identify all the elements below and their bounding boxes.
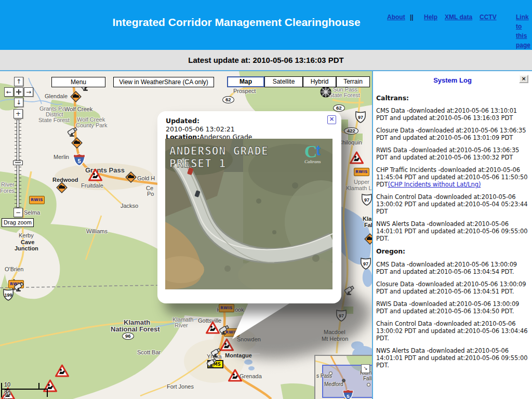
map-label: Klamath Lak bbox=[346, 185, 372, 192]
map-label: Grenada bbox=[240, 373, 262, 380]
log-entry: Chain Control Data -downloaded at:2010-0… bbox=[376, 320, 530, 342]
link-to-this-page[interactable]: Link to this page bbox=[516, 12, 532, 50]
log-entry: CHP Traffic Incidents -downloaded at:201… bbox=[376, 166, 530, 188]
log-entry: NWS Alerts Data -downloaded at:2010-05-0… bbox=[376, 220, 530, 242]
minimap-label: s Pass bbox=[316, 373, 332, 379]
map-type-map[interactable]: Map bbox=[227, 76, 264, 87]
map-canvas[interactable]: Menu View in WeatherShare (CA only) MapS… bbox=[0, 71, 372, 399]
map-label: National Forest bbox=[111, 326, 160, 334]
log-section-heading: Caltrans: bbox=[376, 94, 530, 102]
map-marker-constr[interactable] bbox=[206, 321, 220, 334]
pan-center-button[interactable] bbox=[14, 87, 23, 97]
update-bar: Latest update at: 2010-05-06 13:16:03 PD… bbox=[0, 50, 532, 70]
map-marker-cam[interactable] bbox=[14, 281, 26, 292]
svg-text:199: 199 bbox=[4, 292, 12, 298]
popup-tail bbox=[223, 300, 301, 341]
pan-up-button[interactable]: ↑ bbox=[14, 77, 23, 86]
map-marker-constr[interactable] bbox=[55, 364, 69, 377]
map-marker-rwis-rwis[interactable]: RWIS bbox=[29, 196, 45, 204]
popup-close-icon[interactable]: × bbox=[327, 115, 336, 124]
map-marker-diamond[interactable] bbox=[70, 136, 84, 150]
pan-down-button[interactable]: ↓ bbox=[14, 98, 23, 107]
zoom-out-button[interactable]: − bbox=[14, 208, 23, 217]
weathershare-button[interactable]: View in WeatherShare (CA only) bbox=[113, 77, 214, 87]
map-label: Chiloquin bbox=[338, 139, 362, 146]
zoom-in-button[interactable]: + bbox=[14, 109, 23, 118]
map-marker-chain[interactable] bbox=[320, 86, 332, 98]
scale-km-label: 20 km bbox=[4, 390, 12, 399]
pan-right-button[interactable]: → bbox=[24, 87, 33, 97]
map-marker-diamond[interactable] bbox=[55, 181, 69, 194]
zoom-slider-handle[interactable] bbox=[13, 161, 23, 165]
map-label: Merlin bbox=[54, 154, 69, 161]
log-entry: Closure Data -downloaded at:2010-05-06 1… bbox=[376, 281, 530, 295]
map-label: Fal bbox=[364, 222, 372, 229]
minimap-collapse-icon[interactable]: ↘ bbox=[361, 364, 370, 373]
map-label: Williams bbox=[86, 228, 108, 235]
map-label: Scott Bar bbox=[137, 349, 161, 356]
map-label: Kerby bbox=[19, 232, 34, 239]
map-marker-oval-96[interactable]: 96 bbox=[122, 332, 134, 340]
map-label: Fort Jones bbox=[167, 383, 194, 390]
map-marker-cam[interactable] bbox=[210, 347, 223, 358]
map-marker-cam[interactable] bbox=[206, 357, 219, 369]
svg-text:5: 5 bbox=[77, 158, 81, 164]
map-type-terrain[interactable]: Terrain bbox=[336, 76, 370, 87]
page-title: Integrated Corridor Management Clearingh… bbox=[78, 16, 395, 29]
map-label: State Forest bbox=[38, 117, 70, 124]
minimap-town-dot bbox=[367, 383, 370, 387]
nav-separator: || bbox=[410, 14, 414, 21]
map-marker-oval-422[interactable]: 422 bbox=[344, 127, 358, 135]
map-marker-us-97[interactable]: 97 bbox=[360, 257, 372, 270]
nav-xml-data[interactable]: XML data bbox=[445, 14, 472, 21]
map-type-hybrid[interactable]: Hybrid bbox=[303, 76, 336, 87]
svg-text:97: 97 bbox=[364, 197, 369, 203]
caltrans-logo-icon: C t Caltrans bbox=[304, 142, 321, 164]
nav-help[interactable]: Help bbox=[424, 14, 437, 21]
svg-text:97: 97 bbox=[358, 115, 363, 120]
map-label: O'Brien bbox=[5, 266, 23, 273]
log-section-heading: Oregon: bbox=[376, 247, 530, 255]
map-type-satellite[interactable]: Satellite bbox=[264, 76, 303, 87]
map-label: Po bbox=[147, 191, 154, 197]
system-log-content: Caltrans:CMS Data -downloaded at:2010-05… bbox=[373, 86, 532, 369]
map-label: Fores bbox=[0, 188, 15, 194]
map-marker-constr[interactable] bbox=[88, 168, 102, 181]
map-marker-i5-5[interactable]: 5 bbox=[73, 153, 85, 166]
map-label: Junction bbox=[15, 245, 38, 252]
popup-updated-label: Updated: bbox=[166, 117, 200, 125]
popup-updated-value: 2010-05-06 13:02:21 bbox=[166, 125, 235, 133]
cctv-snapshot: ANDERSON GRADE PRESET 1 C t Caltrans bbox=[165, 139, 332, 289]
map-marker-constr[interactable] bbox=[43, 379, 57, 392]
nav-about[interactable]: About bbox=[387, 14, 405, 21]
map-label: Fruitdale bbox=[81, 182, 103, 189]
menu-button[interactable]: Menu bbox=[51, 77, 105, 87]
map-marker-constr[interactable] bbox=[228, 369, 242, 382]
svg-text:Caltrans: Caltrans bbox=[304, 159, 321, 164]
map-marker-us-97[interactable]: 97 bbox=[354, 111, 367, 123]
log-entry: CMS Data -downloaded at:2010-05-06 13:00… bbox=[376, 261, 530, 275]
main: Menu View in WeatherShare (CA only) MapS… bbox=[0, 70, 532, 399]
pan-left-button[interactable]: ← bbox=[4, 87, 14, 97]
map-label: Gold H bbox=[137, 175, 155, 182]
snapshot-caption-line2: PRESET 1 bbox=[169, 157, 226, 170]
app: Integrated Corridor Management Clearingh… bbox=[0, 0, 532, 399]
log-entry: Chain Control Data -downloaded at:2010-0… bbox=[376, 193, 530, 215]
system-log-close-icon[interactable]: × bbox=[519, 75, 528, 83]
map-marker-oval-62[interactable]: 62 bbox=[222, 96, 234, 103]
system-log-panel: System Log × Caltrans:CMS Data -download… bbox=[372, 71, 532, 399]
map-marker-oval-62[interactable]: 62 bbox=[333, 104, 345, 112]
map-marker-diamond[interactable] bbox=[363, 232, 372, 246]
svg-text:5: 5 bbox=[347, 393, 350, 399]
map-marker-us-97[interactable]: 97 bbox=[361, 193, 372, 206]
map-marker-cam[interactable] bbox=[67, 126, 79, 138]
minimap-i5-shield: 5 bbox=[343, 389, 353, 399]
map-marker-constr[interactable] bbox=[350, 151, 364, 164]
link-to-this-page-anchor[interactable]: Link to this page bbox=[516, 12, 532, 50]
map-marker-rwis-rwis[interactable]: RWIS bbox=[354, 168, 369, 176]
drag-zoom-button[interactable]: Drag zoom bbox=[2, 218, 34, 227]
map-marker-diamond[interactable] bbox=[124, 170, 138, 184]
nav-cctv[interactable]: CCTV bbox=[480, 14, 497, 21]
log-link-chp-incidents-without-latlng[interactable]: (CHP Incidents without Lat/Lng) bbox=[388, 181, 481, 188]
overview-minimap[interactable]: 5 ↘ s PassMedfordKlamaFalls bbox=[314, 355, 372, 399]
